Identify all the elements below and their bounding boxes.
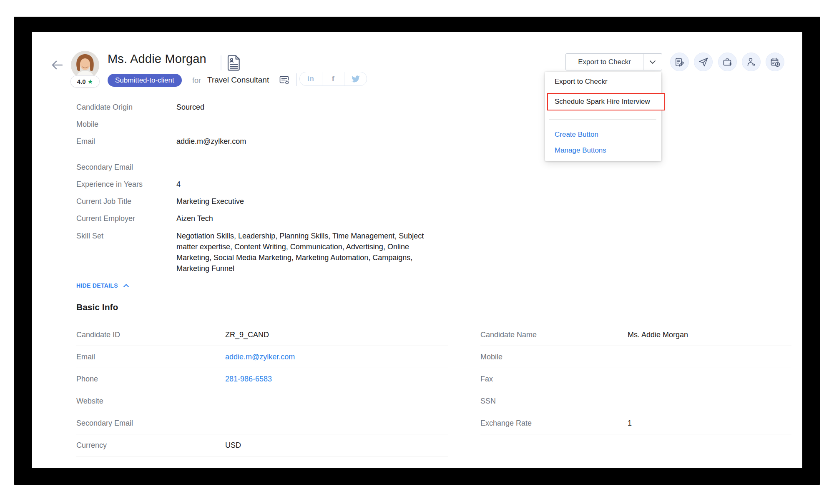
table-row: Email addie.m@zylker.com [76, 346, 448, 368]
menu-item-export-to-checkr[interactable]: Export to Checkr [555, 78, 608, 86]
field-label: Candidate Name [480, 324, 628, 346]
export-to-checkr-button[interactable]: Export to Checkr [565, 53, 662, 70]
field-value: addie.m@zylker.com [176, 133, 246, 150]
schedule-interview-button[interactable] [766, 53, 784, 71]
associated-job-title[interactable]: Travel Consultant [207, 75, 269, 85]
field-label: Currency [76, 434, 225, 456]
phone-link[interactable]: 281-986-6583 [225, 368, 272, 390]
back-arrow-icon [50, 58, 65, 72]
field-row: Current Job Title Marketing Executive [76, 193, 452, 210]
field-row: Candidate Origin Sourced [76, 99, 452, 116]
field-label: Secondary Email [76, 412, 225, 434]
hide-details-label: HIDE DETAILS [76, 282, 118, 289]
field-label: Exchange Rate [480, 412, 628, 434]
field-value: Ms. Addie Morgan [628, 324, 688, 346]
basic-info-right-column: Candidate Name Ms. Addie Morgan Mobile F… [480, 324, 791, 434]
candidate-detail-page: 4.0 ★ Ms. Addie Morgan Submitted-to-clie… [32, 32, 802, 468]
linkedin-icon[interactable]: in [300, 72, 322, 85]
field-label: Candidate Origin [76, 99, 176, 116]
menu-item-schedule-spark-hire-interview[interactable]: Schedule Spark Hire Interview [547, 93, 665, 110]
field-label: Website [76, 390, 225, 412]
section-title-basic-info: Basic Info [76, 302, 118, 312]
star-icon: ★ [88, 78, 93, 85]
divider [296, 73, 297, 86]
field-label: Current Employer [76, 210, 176, 227]
back-button[interactable] [50, 58, 65, 72]
field-label: Email [76, 133, 176, 150]
table-row: Secondary Email [76, 412, 448, 434]
field-value: 1 [628, 412, 632, 434]
field-label: Mobile [480, 346, 628, 368]
field-row: Skill Set Negotiation Skills, Leadership… [76, 227, 452, 274]
edit-note-button[interactable] [670, 53, 689, 71]
menu-divider [549, 119, 656, 120]
table-row: Currency USD [76, 434, 448, 456]
facebook-icon[interactable]: f [322, 72, 345, 85]
edit-note-icon [675, 57, 685, 67]
field-label: Email [76, 346, 225, 368]
avatar [71, 51, 99, 79]
chevron-down-icon [649, 60, 656, 64]
table-row: Exchange Rate 1 [480, 412, 791, 434]
field-label: Secondary Email [76, 159, 176, 176]
field-label: Phone [76, 368, 225, 390]
rating-badge[interactable]: 4.0 ★ [70, 75, 100, 88]
social-links: in f [299, 72, 367, 86]
table-row: Phone 281-986-6583 [76, 368, 448, 390]
calendar-schedule-icon [770, 57, 780, 67]
avatar-photo [71, 51, 99, 79]
send-icon [698, 57, 708, 67]
candidate-share-icon [746, 57, 756, 67]
field-row: Mobile [76, 116, 452, 133]
field-value: 4 [176, 176, 181, 193]
field-value: USD [225, 434, 241, 456]
rating-value: 4.0 [77, 78, 86, 85]
export-dropdown-toggle[interactable] [643, 54, 662, 70]
hide-details-toggle[interactable]: HIDE DETAILS [76, 282, 129, 289]
basic-info-left-column: Candidate ID ZR_9_CAND Email addie.m@zyl… [76, 324, 448, 456]
field-row: Secondary Email [76, 159, 452, 176]
send-button[interactable] [694, 53, 713, 71]
status-badge[interactable]: Submitted-to-client [108, 74, 182, 87]
divider [221, 55, 221, 70]
field-label: Current Job Title [76, 193, 176, 210]
field-label: Skill Set [76, 231, 176, 274]
chevron-up-icon [123, 283, 129, 288]
export-dropdown-menu: Export to Checkr Schedule Spark Hire Int… [545, 72, 661, 161]
table-row: Fax [480, 368, 791, 390]
field-row: Email addie.m@zylker.com [76, 133, 452, 150]
share-candidate-button[interactable] [742, 53, 761, 71]
table-row: Mobile [480, 346, 791, 368]
page-title: Ms. Addie Morgan [108, 52, 206, 66]
twitter-icon[interactable] [344, 72, 367, 85]
add-to-job-button[interactable] [718, 53, 737, 71]
field-label: Mobile [76, 116, 176, 133]
field-value: Sourced [176, 99, 204, 116]
table-row: Candidate Name Ms. Addie Morgan [480, 324, 791, 346]
table-row: Candidate ID ZR_9_CAND [76, 324, 448, 346]
manage-buttons-link[interactable]: Manage Buttons [555, 146, 606, 155]
email-link[interactable]: addie.m@zylker.com [225, 346, 295, 368]
field-label: SSN [480, 390, 628, 412]
candidate-summary-fields: Candidate Origin Sourced Mobile Email ad… [76, 99, 452, 274]
table-row: SSN [480, 390, 791, 412]
export-to-checkr-label: Export to Checkr [566, 54, 643, 70]
field-value: Marketing Executive [176, 193, 244, 210]
table-row: Website [76, 390, 448, 412]
briefcase-add-icon [723, 57, 733, 67]
field-row: Experience in Years 4 [76, 176, 452, 193]
field-label: Candidate ID [76, 324, 225, 346]
field-value: ZR_9_CAND [225, 324, 269, 346]
for-label: for [192, 76, 201, 85]
create-button-link[interactable]: Create Button [555, 130, 598, 139]
field-label: Experience in Years [76, 176, 176, 193]
job-association-refresh-icon[interactable] [279, 75, 290, 86]
field-value: Negotiation Skills, Leadership, Planning… [176, 231, 434, 274]
field-value: Aizen Tech [176, 210, 213, 227]
field-label: Fax [480, 368, 628, 390]
resume-document-icon[interactable] [226, 55, 241, 71]
field-row: Current Employer Aizen Tech [76, 210, 452, 227]
